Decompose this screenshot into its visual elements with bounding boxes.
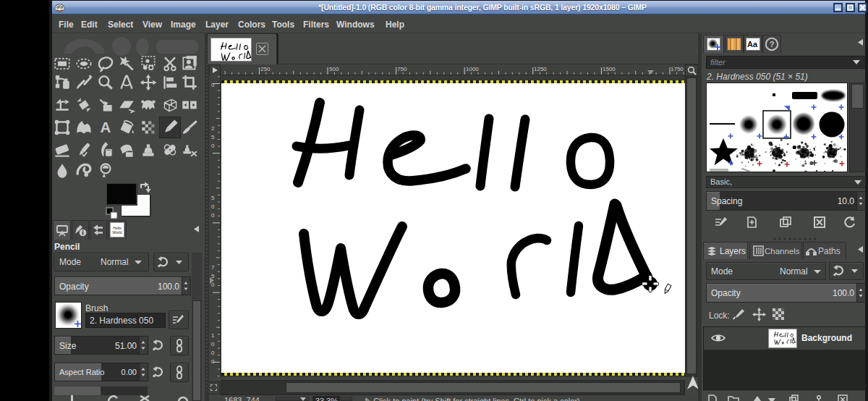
svg-text:1250: 1250 <box>534 66 547 72</box>
svg-text:?: ? <box>770 40 775 48</box>
svg-text:0: 0 <box>211 212 215 219</box>
svg-text:0: 0 <box>211 350 215 356</box>
svg-text:0: 0 <box>211 282 215 288</box>
svg-text:1: 1 <box>211 332 215 339</box>
svg-text:A: A <box>101 119 111 135</box>
svg-text:0: 0 <box>211 203 215 210</box>
svg-text:0: 0 <box>211 358 215 365</box>
svg-text:5: 5 <box>211 134 215 140</box>
svg-text:1750: 1750 <box>671 66 684 72</box>
svg-text:0: 0 <box>211 143 215 149</box>
svg-text:5: 5 <box>211 273 215 279</box>
svg-text:5: 5 <box>211 195 215 201</box>
svg-text:250: 250 <box>260 66 271 72</box>
svg-text:500: 500 <box>329 66 339 72</box>
svg-text:1000: 1000 <box>466 66 479 72</box>
svg-text:World: World <box>113 230 122 235</box>
svg-text:750: 750 <box>397 66 407 72</box>
svg-text:0: 0 <box>211 82 215 88</box>
svg-text:0: 0 <box>211 341 215 347</box>
svg-text:7: 7 <box>211 264 215 271</box>
svg-text:1500: 1500 <box>603 66 616 72</box>
svg-text:2: 2 <box>211 125 215 132</box>
